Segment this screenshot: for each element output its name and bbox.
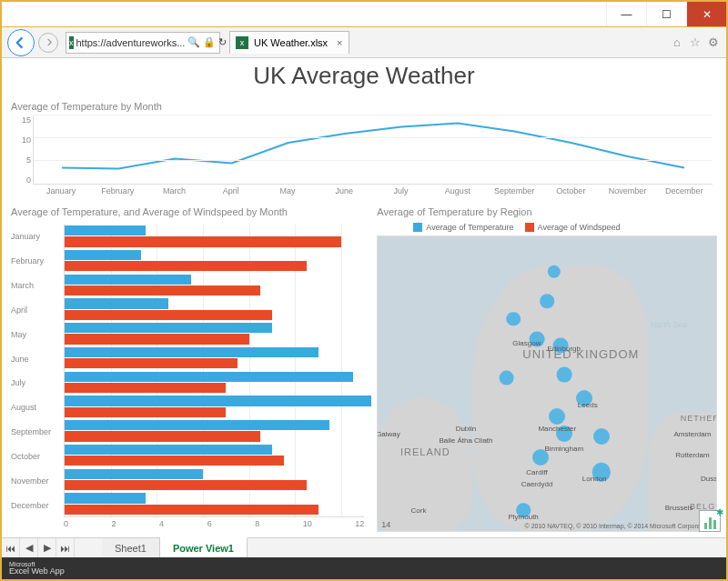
settings-icon[interactable]: ⚙: [706, 35, 721, 50]
bar-temp[interactable]: [65, 493, 146, 503]
map-dot[interactable]: [556, 367, 571, 383]
city-label: Manchester: [538, 424, 576, 432]
bar-temp[interactable]: [65, 225, 146, 235]
bar-wind[interactable]: [65, 456, 284, 466]
legend-wind: Average of Windspeed: [538, 223, 621, 232]
map-canvas[interactable]: bing UNITED KINGDOM IRELAND NETHERLA BEL…: [377, 235, 717, 532]
sheet-nav-prev[interactable]: ◀: [20, 538, 38, 557]
forward-button[interactable]: [38, 33, 58, 53]
bar-wind[interactable]: [65, 285, 260, 296]
bar-temp[interactable]: [65, 275, 191, 285]
sparkle-icon: ✱: [716, 507, 723, 517]
sheet-tab-powerview1[interactable]: Power View1: [160, 537, 248, 557]
city-label: Cardiff: [526, 468, 547, 476]
bar-temp[interactable]: [65, 396, 371, 406]
url-text: https://adventureworks...: [76, 37, 186, 48]
bar-wind[interactable]: [65, 505, 318, 515]
bar-wind[interactable]: [65, 407, 226, 417]
maximize-button[interactable]: ☐: [646, 2, 686, 26]
map-dot[interactable]: [593, 428, 610, 445]
city-label: Birmingham: [544, 445, 583, 453]
legend-temp: Average of Temperature: [426, 223, 513, 232]
line-chart[interactable]: Average of Temperature by Month 051015 J…: [11, 90, 717, 199]
line-y-axis: 051015: [11, 115, 31, 185]
report-title: UK Average Weather: [11, 62, 717, 90]
app-footer: Microsoft Excel Web App: [2, 557, 726, 579]
bar-wind[interactable]: [65, 358, 238, 368]
city-label: Plymouth: [508, 512, 538, 520]
home-icon[interactable]: ⌂: [670, 35, 684, 50]
power-view-report: UK Average Weather Average of Temperatur…: [2, 58, 726, 537]
back-button[interactable]: [7, 29, 35, 56]
bar-wind[interactable]: [65, 310, 272, 320]
bar-chart[interactable]: Average of Temperature, and Average of W…: [11, 206, 368, 532]
city-label: Edinburgh: [548, 345, 581, 353]
label-netherlands: NETHERLA: [681, 415, 717, 424]
bar-y-axis: JanuaryFebruaryMarchAprilMayJuneJulyAugu…: [11, 225, 62, 517]
bar-wind[interactable]: [65, 480, 307, 490]
tab-strip: x UK Weather.xlsx ×: [229, 31, 349, 54]
map-dot[interactable]: [540, 294, 554, 308]
city-label: Baile Átha Cliath: [439, 436, 492, 444]
city-label: London: [582, 474, 607, 482]
label-uk: UNITED KINGDOM: [522, 347, 639, 360]
sheet-nav-first[interactable]: ⏮: [2, 538, 20, 557]
line-plot-area: [33, 115, 713, 185]
sheet-nav-last[interactable]: ⏭: [56, 538, 75, 557]
address-bar[interactable]: x https://adventureworks... 🔍 🔒 ↻: [66, 32, 220, 54]
bar-temp[interactable]: [65, 298, 168, 308]
map-chart-title: Average of Temperature by Region: [377, 206, 717, 217]
chart-options-button[interactable]: ✱: [699, 510, 721, 532]
tab-close-icon[interactable]: ×: [337, 37, 342, 48]
city-label: Cork: [410, 506, 426, 515]
bar-temp[interactable]: [65, 420, 329, 430]
label-north-sea: North Sea: [651, 320, 688, 329]
sheet-nav-next[interactable]: ▶: [38, 538, 56, 557]
map-chart[interactable]: Average of Temperature by Region Average…: [377, 206, 717, 532]
city-label: Caerdydd: [521, 480, 553, 488]
city-label: Amsterdam: [674, 430, 712, 438]
lock-icon: 🔒: [203, 36, 216, 48]
search-icon[interactable]: 🔍: [187, 36, 200, 48]
minimize-button[interactable]: —: [606, 2, 646, 26]
line-chart-title: Average of Temperature by Month: [11, 101, 162, 112]
favorites-icon[interactable]: ☆: [688, 35, 703, 50]
bar-temp[interactable]: [65, 323, 272, 333]
bar-temp[interactable]: [65, 250, 141, 260]
browser-window: — ☐ ✕ x https://adventureworks... 🔍 🔒 ↻ …: [0, 0, 728, 581]
tab-title: UK Weather.xlsx: [254, 37, 328, 48]
city-label: Glasgow: [512, 338, 541, 346]
map-dot[interactable]: [499, 370, 514, 386]
refresh-icon[interactable]: ↻: [218, 36, 227, 48]
bar-temp[interactable]: [65, 469, 203, 479]
temperature-line: [34, 115, 713, 184]
bar-wind[interactable]: [65, 236, 341, 246]
footer-brand-app: Excel Web App: [9, 567, 65, 576]
bar-temp[interactable]: [65, 372, 353, 382]
city-label: Brussels: [665, 504, 693, 512]
map-attribution: © 2010 NAVTEQ, © 2010 Intermap, © 2014 M…: [525, 523, 711, 529]
map-count: 14: [381, 520, 390, 529]
city-label: Leeds: [578, 400, 598, 408]
bar-wind[interactable]: [65, 383, 226, 393]
map-legend: Average of Temperature Average of Windsp…: [413, 223, 717, 232]
city-label: Dusself: [701, 474, 717, 482]
city-label: Rotterdam: [675, 450, 709, 458]
bar-wind[interactable]: [65, 261, 307, 271]
bar-temp[interactable]: [65, 445, 272, 455]
bar-chart-title: Average of Temperature, and Average of W…: [11, 206, 368, 217]
sheet-tab-sheet1[interactable]: Sheet1: [102, 538, 160, 557]
city-label: Galway: [377, 430, 399, 438]
map-dot[interactable]: [549, 408, 565, 425]
page-content: UK Average Weather Average of Temperatur…: [2, 58, 726, 579]
bar-wind[interactable]: [65, 334, 249, 344]
map-dot[interactable]: [506, 312, 521, 326]
close-button[interactable]: ✕: [686, 2, 726, 26]
browser-tab[interactable]: x UK Weather.xlsx ×: [229, 31, 349, 54]
window-titlebar: — ☐ ✕: [2, 2, 726, 27]
line-x-axis: JanuaryFebruaryMarchAprilMayJuneJulyAugu…: [33, 186, 713, 199]
bar-temp[interactable]: [65, 347, 318, 357]
excel-icon: x: [236, 36, 248, 49]
browser-toolbar: x https://adventureworks... 🔍 🔒 ↻ x UK W…: [2, 27, 726, 58]
bar-wind[interactable]: [65, 431, 260, 441]
